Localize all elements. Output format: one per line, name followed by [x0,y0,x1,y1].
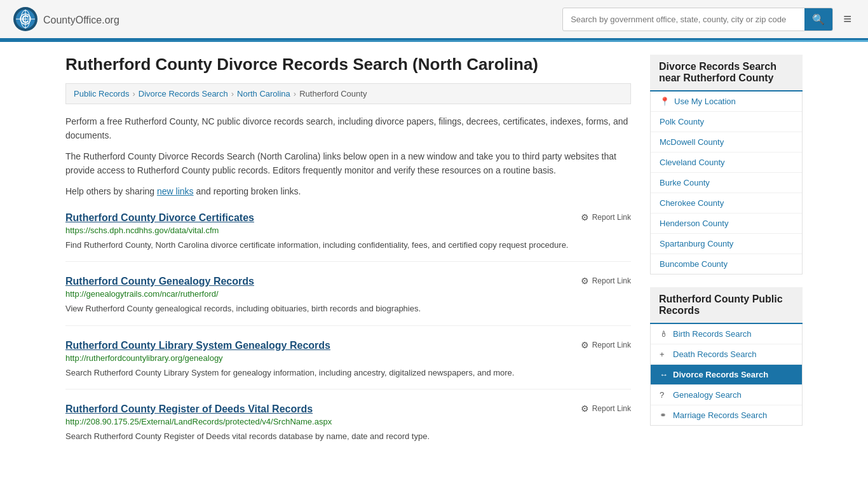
new-links-link[interactable]: new links [157,186,194,196]
public-records-list-item[interactable]: ⚭Marriage Records Search [651,405,802,425]
report-label: Report Link [592,404,631,413]
public-record-link[interactable]: Death Records Search [673,349,757,359]
nearby-list: 📍Use My LocationPolk CountyMcDowell Coun… [650,92,803,274]
result-description: Find Rutherford County, North Carolina d… [65,239,631,252]
result-header: Rutherford County Library System Genealo… [65,340,631,351]
menu-icon[interactable]: ≡ [839,7,855,31]
public-records-list: 🕯Birth Records Search+Death Records Sear… [650,324,803,426]
search-input[interactable] [563,10,804,29]
result-description: Search Rutherford County Register of Dee… [65,430,631,443]
public-records-list-item[interactable]: 🕯Birth Records Search [651,324,802,344]
report-icon: ⚙ [581,340,589,350]
result-item: Rutherford County Library System Genealo… [65,340,631,390]
results-container: Rutherford County Divorce Certificates ⚙… [65,212,631,453]
result-link[interactable]: Rutherford County Library System Genealo… [65,340,330,351]
logo-area: C CountyOffice.org [13,6,119,32]
record-icon: + [660,349,668,359]
nearby-list-item[interactable]: Buncombe County [651,254,802,274]
report-link-button[interactable]: ⚙ Report Link [581,276,631,286]
public-record-link[interactable]: Marriage Records Search [673,410,767,420]
sidebar: Divorce Records Search near Rutherford C… [650,55,803,453]
report-link-button[interactable]: ⚙ Report Link [581,403,631,414]
breadcrumb-public-records[interactable]: Public Records [74,89,129,98]
public-records-list-item[interactable]: ↔Divorce Records Search [651,365,802,385]
result-item: Rutherford County Divorce Certificates ⚙… [65,212,631,262]
content-area: Rutherford County Divorce Records Search… [65,55,631,453]
description-1: Perform a free Rutherford County, NC pub… [65,114,631,143]
result-header: Rutherford County Divorce Certificates ⚙… [65,212,631,224]
result-header: Rutherford County Genealogy Records ⚙ Re… [65,276,631,287]
nearby-link[interactable]: Cherokee County [660,198,724,208]
result-item: Rutherford County Register of Deeds Vita… [65,403,631,453]
nearby-link[interactable]: Spartanburg County [660,239,733,248]
report-label: Report Link [592,213,631,222]
result-title: Rutherford County Library System Genealo… [65,340,330,351]
nearby-link[interactable]: Use My Location [674,97,736,106]
result-link[interactable]: Rutherford County Divorce Certificates [65,212,254,223]
header-right: 🔍 ≡ [562,7,855,31]
nearby-section-title: Divorce Records Search near Rutherford C… [650,55,803,92]
result-url: http://208.90.175.25/External/LandRecord… [65,417,631,426]
description-3: Help others by sharing new links and rep… [65,184,631,198]
result-title: Rutherford County Register of Deeds Vita… [65,403,313,415]
report-link-button[interactable]: ⚙ Report Link [581,340,631,350]
result-item: Rutherford County Genealogy Records ⚙ Re… [65,276,631,326]
record-icon: ↔ [660,370,668,379]
result-url: http://rutherfordcountylibrary.org/genea… [65,353,631,363]
search-button[interactable]: 🔍 [804,8,832,30]
report-icon: ⚙ [581,403,589,414]
location-icon: 📍 [660,97,670,106]
page-title: Rutherford County Divorce Records Search… [65,55,631,74]
description-2: The Rutherford County Divorce Records Se… [65,149,631,178]
public-records-list-item[interactable]: +Death Records Search [651,344,802,365]
breadcrumb-current: Rutherford County [299,89,367,98]
report-label: Report Link [592,341,631,349]
nearby-list-item[interactable]: Burke County [651,173,802,193]
report-icon: ⚙ [581,212,589,222]
result-url: http://genealogytrails.com/ncar/rutherfo… [65,289,631,299]
logo-text: CountyOffice.org [43,12,119,26]
public-records-section: Rutherford County Public Records 🕯Birth … [650,287,803,426]
breadcrumb-north-carolina[interactable]: North Carolina [237,89,290,98]
nearby-link[interactable]: Burke County [660,178,710,187]
nearby-list-item[interactable]: Spartanburg County [651,234,802,254]
nearby-link[interactable]: Henderson County [660,219,728,228]
public-records-list-item[interactable]: ?Genealogy Search [651,385,802,405]
public-record-link[interactable]: Birth Records Search [673,329,752,339]
nearby-list-item[interactable]: McDowell County [651,132,802,152]
public-record-link[interactable]: Genealogy Search [673,390,742,400]
result-description: View Rutherford County genealogical reco… [65,302,631,315]
result-link[interactable]: Rutherford County Register of Deeds Vita… [65,403,313,414]
result-url: https://schs.dph.ncdhhs.gov/data/vital.c… [65,226,631,235]
report-label: Report Link [592,276,631,285]
breadcrumb: Public Records › Divorce Records Search … [65,83,631,104]
breadcrumb-divorce-records-search[interactable]: Divorce Records Search [139,89,228,98]
nearby-list-item[interactable]: Cherokee County [651,193,802,214]
nearby-list-item[interactable]: Cleveland County [651,152,802,173]
nearby-link[interactable]: Cleveland County [660,158,725,167]
nearby-list-item[interactable]: Polk County [651,112,802,132]
nearby-list-item[interactable]: 📍Use My Location [651,92,802,112]
nearby-section: Divorce Records Search near Rutherford C… [650,55,803,274]
record-icon: 🕯 [660,329,668,339]
report-icon: ⚙ [581,276,589,286]
nearby-list-item[interactable]: Henderson County [651,214,802,234]
nearby-link[interactable]: Polk County [660,117,704,126]
logo-icon: C [13,6,38,32]
result-title: Rutherford County Divorce Certificates [65,212,254,224]
site-header: C CountyOffice.org 🔍 ≡ [0,0,868,40]
record-icon: ? [660,390,668,400]
public-records-section-title: Rutherford County Public Records [650,287,803,324]
result-description: Search Rutherford County Library System … [65,367,631,379]
main-container: Rutherford County Divorce Records Search… [53,42,815,466]
result-header: Rutherford County Register of Deeds Vita… [65,403,631,415]
nearby-link[interactable]: Buncombe County [660,259,728,269]
search-bar: 🔍 [562,8,833,31]
report-link-button[interactable]: ⚙ Report Link [581,212,631,222]
result-link[interactable]: Rutherford County Genealogy Records [65,276,254,287]
record-icon: ⚭ [660,410,668,420]
result-title: Rutherford County Genealogy Records [65,276,254,287]
public-record-link[interactable]: Divorce Records Search [673,370,768,379]
nearby-link[interactable]: McDowell County [660,137,724,147]
